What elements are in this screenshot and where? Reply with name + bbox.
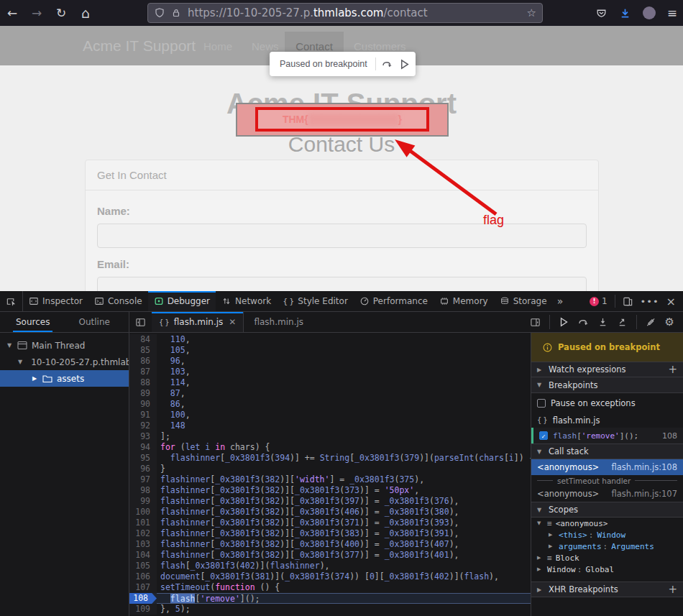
gutter-line-number[interactable]: 103	[129, 539, 157, 550]
bookmark-star-icon[interactable]: ☆	[527, 6, 536, 19]
forward-icon[interactable]: →	[24, 6, 49, 20]
code-line[interactable]: 97flashinner[_0x3801f3(382)]['width'] = …	[129, 474, 531, 485]
code-line[interactable]: 88 114,	[129, 377, 531, 388]
call-stack-header[interactable]: ▼ Call stack	[531, 443, 683, 459]
expand-panes-icon[interactable]	[530, 317, 541, 328]
gutter-line-number[interactable]: 84	[129, 334, 157, 345]
gutter-line-number[interactable]: 87	[129, 367, 157, 377]
breakpoints-header[interactable]: ▼ Breakpoints	[531, 377, 683, 393]
pick-element-button[interactable]	[0, 291, 23, 311]
gutter-line-number[interactable]: 95	[129, 453, 157, 464]
breakpoint-row[interactable]: ✓ flash['remove'](); 108	[531, 428, 683, 443]
gutter-line-number[interactable]: 92	[129, 420, 157, 431]
scope-row[interactable]: ▶Window:Global	[531, 564, 683, 575]
gutter-line-number[interactable]: 100	[129, 507, 157, 518]
scopes-header[interactable]: ▼ Scopes	[531, 502, 683, 518]
code-line[interactable]: 94for (let i in chars) {	[129, 442, 531, 453]
close-tab-icon[interactable]: ✕	[229, 317, 236, 327]
gutter-line-number[interactable]: 98	[129, 485, 157, 496]
nav-home[interactable]: Home	[203, 40, 232, 52]
chevron-right-icon[interactable]: ▶	[537, 566, 544, 572]
gutter-line-number[interactable]: 101	[129, 518, 157, 528]
code-line[interactable]: 100flashinner[_0x3801f3(382)][_0x3801f3(…	[129, 507, 531, 518]
collapse-panel-icon[interactable]	[129, 312, 152, 332]
code-line[interactable]: 102flashinner[_0x3801f3(382)][_0x3801f3(…	[129, 528, 531, 539]
frame-location[interactable]: flash.min.js:107	[611, 489, 677, 499]
frame-location[interactable]: flash.min.js:108	[611, 462, 677, 472]
tree-folder-assets[interactable]: ▶ assets	[0, 370, 129, 387]
code-line[interactable]: 92 148	[129, 420, 531, 431]
code-editor[interactable]: 84 110,85 105,86 96,87 103,88 114,89 87,…	[129, 333, 531, 616]
tab-storage[interactable]: Storage	[494, 291, 553, 311]
code-line[interactable]: 87 103,	[129, 367, 531, 377]
chevron-down-icon[interactable]: ▼	[537, 520, 544, 526]
tree-main-thread[interactable]: ▼ Main Thread	[0, 337, 129, 354]
home-icon[interactable]: ⌂	[73, 5, 98, 21]
step-out-button[interactable]	[617, 317, 628, 328]
tab-memory[interactable]: Memory	[434, 291, 494, 311]
xhr-breakpoints-header[interactable]: ▶ XHR Breakpoints +	[531, 581, 683, 597]
gutter-line-number[interactable]: 104	[129, 550, 157, 561]
back-icon[interactable]: ←	[0, 6, 24, 20]
download-icon[interactable]	[619, 7, 631, 19]
url-bar[interactable]: https://10-10-205-27.p.thmlabs.com/conta…	[147, 3, 543, 23]
code-line[interactable]: 106document[_0x3801f3(381)](_0x3801f3(37…	[129, 571, 531, 582]
scope-row[interactable]: ▶<this>:Window	[531, 529, 683, 541]
error-count-badge[interactable]: ! 1	[590, 296, 608, 306]
call-stack-frame[interactable]: <anonymous>flash.min.js:107	[531, 486, 683, 502]
tab-console[interactable]: Console	[88, 291, 148, 311]
call-stack-frame[interactable]: <anonymous>flash.min.js:108	[531, 459, 683, 475]
tab-inspector[interactable]: Inspector	[23, 291, 88, 311]
code-line[interactable]: 84 110,	[129, 334, 531, 345]
chevron-right-icon[interactable]: ▶	[31, 375, 38, 382]
add-xhr-breakpoint-icon[interactable]: +	[668, 583, 677, 596]
scope-row[interactable]: ▼≡<anonymous>	[531, 518, 683, 529]
email-field[interactable]	[97, 277, 587, 291]
source-tab-flash-min-js[interactable]: { } flash.min.js ✕	[152, 312, 244, 332]
chevron-right-icon[interactable]: ▶	[549, 532, 555, 538]
code-line[interactable]: 105flash[_0x3801f3(402)](flashinner),	[129, 561, 531, 571]
gutter-line-number[interactable]: 106	[129, 571, 157, 582]
gutter-line-number[interactable]: 105	[129, 561, 157, 571]
code-line[interactable]: 89 87,	[129, 388, 531, 399]
gutter-line-number[interactable]: 85	[129, 345, 157, 356]
code-line[interactable]: 109}, 5);	[129, 604, 531, 615]
gutter-line-number[interactable]: 109	[129, 604, 157, 615]
step-over-button[interactable]	[577, 316, 589, 328]
scope-row[interactable]: ▶≡Block	[531, 552, 683, 564]
code-line[interactable]: 86 96,	[129, 356, 531, 367]
reload-icon[interactable]: ↻	[49, 6, 73, 20]
code-line[interactable]: 91 100,	[129, 410, 531, 420]
nav-customers[interactable]: Customers	[354, 40, 406, 52]
gutter-line-number[interactable]: 102	[129, 528, 157, 539]
pocket-icon[interactable]	[595, 7, 608, 19]
code-line[interactable]: 98flashinner[_0x3801f3(382)][_0x3801f3(3…	[129, 485, 531, 496]
chevron-down-icon[interactable]: ▼	[18, 359, 22, 365]
gutter-line-number[interactable]: 94	[129, 442, 157, 453]
nav-news[interactable]: News	[252, 40, 279, 52]
chevron-down-icon[interactable]: ▼	[6, 342, 13, 349]
responsive-mode-icon[interactable]	[623, 296, 633, 307]
gutter-line-number[interactable]: 93	[129, 431, 157, 442]
code-line[interactable]: 90 86,	[129, 399, 531, 410]
gutter-line-number[interactable]: 99	[129, 496, 157, 507]
tab-style-editor[interactable]: { } Style Editor	[277, 291, 354, 311]
url-text[interactable]: https://10-10-205-27.p.thmlabs.com/conta…	[188, 6, 523, 19]
name-field[interactable]	[97, 224, 587, 248]
gutter-line-number[interactable]: 90	[129, 399, 157, 410]
lock-icon[interactable]	[170, 7, 182, 19]
gutter-line-number[interactable]: 108	[129, 593, 157, 604]
code-line[interactable]: 101flashinner[_0x3801f3(382)][_0x3801f3(…	[129, 518, 531, 528]
watch-expressions-header[interactable]: ▶ Watch expressions +	[531, 362, 683, 377]
code-line[interactable]: 85 105,	[129, 345, 531, 356]
tab-outline[interactable]: Outline	[78, 312, 109, 332]
gutter-line-number[interactable]: 107	[129, 582, 157, 593]
more-tabs-chevron[interactable]: »	[553, 291, 568, 311]
gutter-line-number[interactable]: 97	[129, 474, 157, 485]
account-avatar[interactable]	[643, 6, 656, 19]
tab-network[interactable]: Network	[216, 291, 277, 311]
gutter-line-number[interactable]: 96	[129, 464, 157, 474]
close-devtools-icon[interactable]: ×	[666, 295, 676, 308]
code-line[interactable]: 95 flashinner[_0x3801f3(394)] += String[…	[129, 453, 531, 464]
pause-on-exceptions-row[interactable]: Pause on exceptions	[531, 393, 683, 413]
